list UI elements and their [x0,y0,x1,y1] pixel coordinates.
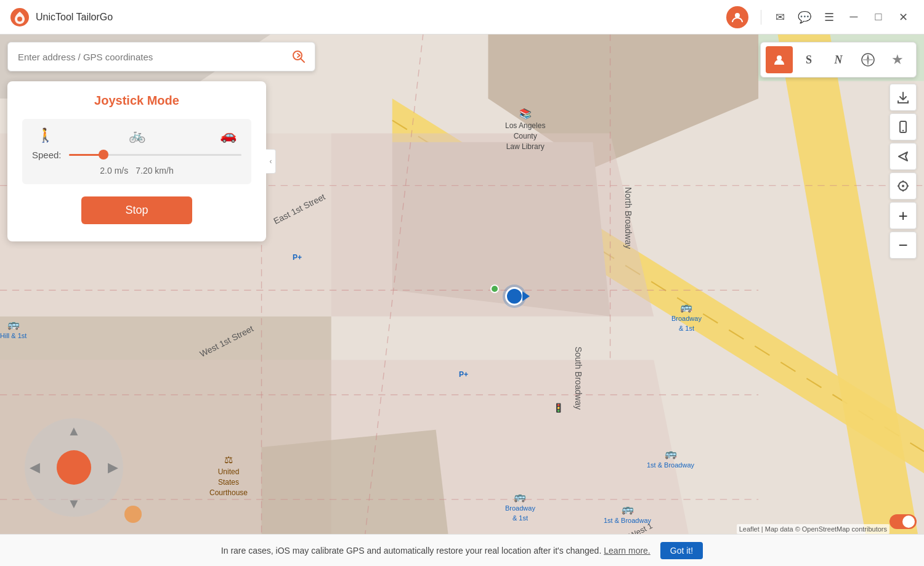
joystick-right[interactable]: ▶ [108,459,118,475]
parking-2: P+ [459,370,468,379]
speed-icons: 🚶 🚲 🚗 [32,127,241,144]
search-bar [7,42,315,71]
minimize-btn[interactable]: ─ [843,6,865,28]
speed-label: Speed: [32,150,62,160]
parking-1: P+ [293,253,302,262]
title-bar: UnicTool TailorGo ✉ 💬 ☰ ─ □ ✕ [0,0,924,34]
speed-slider-wrap[interactable] [69,148,241,161]
map-toolbar: S N ★ [760,42,917,78]
speed-thumb[interactable] [99,150,108,160]
separator [761,10,761,25]
user-avatar[interactable] [726,6,748,28]
menu-btn[interactable]: ☰ [818,6,840,28]
car-icon: 🚗 [220,127,237,144]
map-attribution: Leaflet | Map data © OpenStreetMap contr… [737,524,890,534]
joystick-up[interactable]: ▲ [67,423,81,439]
right-toolbar: + − [890,84,917,259]
joystick-speed-dot[interactable] [124,506,142,523]
notification-link[interactable]: Learn more. [604,546,650,556]
chat-btn[interactable]: 💬 [793,6,816,28]
title-bar-right: ✉ 💬 ☰ ─ □ ✕ [726,6,914,28]
speed-row: Speed: [32,148,241,161]
collapse-handle[interactable]: ‹ [266,149,276,174]
target-btn[interactable] [890,172,917,200]
speed-track [69,154,241,156]
joystick-panel: Joystick Mode 🚶 🚲 🚗 Speed: [7,81,266,241]
joystick-control: ▲ ▼ ◀ ▶ [25,418,136,529]
traffic-light: 🚦 [553,403,564,413]
speed-section: 🚶 🚲 🚗 Speed: 2.0 m/s [22,119,251,184]
zoom-out-btn[interactable]: − [890,232,917,259]
notification-text: In rare cases, iOS may calibrate GPS and… [221,546,601,556]
main-content: West 1st Street East 1st Street North Br… [0,34,924,566]
maximize-btn[interactable]: □ [867,6,890,28]
download-btn[interactable] [890,84,917,111]
svg-point-34 [902,130,904,131]
speed-kmh: 7.20 km/h [136,166,173,176]
panel-title: Joystick Mode [22,94,251,108]
svg-point-37 [902,185,904,187]
joystick-down[interactable]: ▼ [67,496,81,512]
svg-point-27 [777,55,782,60]
direction-btn[interactable] [890,143,917,170]
tool-location-btn[interactable] [766,46,793,73]
speed-values: 2.0 m/s 7.20 km/h [32,166,241,176]
toggle-knob [902,515,915,528]
close-btn[interactable]: ✕ [892,6,914,28]
search-input[interactable] [13,52,288,62]
speed-ms: 2.0 m/s [100,166,128,176]
tool-compass-btn[interactable] [854,46,881,73]
search-go-button[interactable] [288,46,310,68]
svg-point-2 [735,13,740,18]
app-title: UnicTool TailorGo [36,12,113,23]
stop-button[interactable]: Stop [81,196,192,224]
svg-point-1 [17,17,22,22]
joystick-ring[interactable]: ▲ ▼ ◀ ▶ [25,418,123,517]
location-marker [505,287,524,305]
toggle-switch[interactable] [890,514,917,529]
tool-stop-btn[interactable]: S [795,46,822,73]
device-btn[interactable] [890,113,917,140]
tool-navigate-btn[interactable]: N [825,46,852,73]
walk-icon: 🚶 [37,127,54,144]
map-container[interactable]: West 1st Street East 1st Street North Br… [0,34,924,566]
joystick-center[interactable] [57,450,91,485]
title-bar-left: UnicTool TailorGo [10,7,113,27]
svg-marker-35 [899,152,907,161]
app-logo [10,7,30,27]
got-it-button[interactable]: Got it! [660,542,703,559]
zoom-in-btn[interactable]: + [890,202,917,229]
joystick-left[interactable]: ◀ [30,459,40,475]
tool-favorite-btn[interactable]: ★ [884,46,911,73]
bike-icon: 🚲 [129,127,145,144]
mail-btn[interactable]: ✉ [769,6,791,28]
notification-bar: In rare cases, iOS may calibrate GPS and… [0,534,924,566]
